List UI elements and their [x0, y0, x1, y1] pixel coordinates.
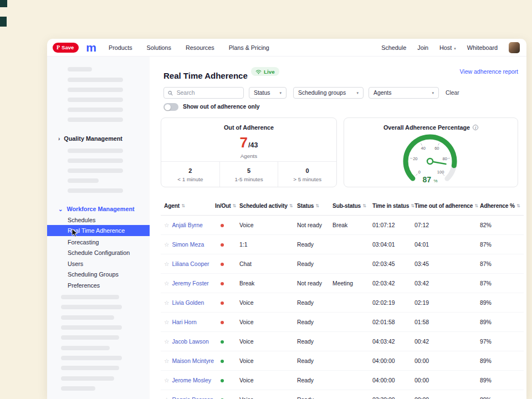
chevron-right-icon: › — [58, 136, 60, 142]
skeleton-bar — [68, 188, 123, 193]
sort-icon[interactable]: ⇅ — [181, 203, 185, 208]
nav-item-products[interactable]: Products — [109, 44, 132, 51]
table-row[interactable]: ☆ Jacob Lawson Voice Ready 04:03:42 00:4… — [161, 332, 524, 351]
sidebar-item-users[interactable]: Users — [68, 258, 83, 269]
sidebar-item-scheduling-groups[interactable]: Scheduling Groups — [68, 269, 119, 280]
agent-name[interactable]: Anjali Byrne — [172, 222, 202, 228]
table-row[interactable]: ☆ Liliana Cooper Chat Ready 02:03:45 03:… — [161, 254, 524, 274]
inout-cell — [214, 358, 238, 364]
agent-name[interactable]: Liliana Cooper — [172, 261, 209, 267]
svg-text:20: 20 — [413, 156, 417, 161]
sort-icon[interactable]: ⇅ — [474, 203, 478, 208]
sidebar-item-preferences[interactable]: Preferences — [68, 280, 100, 291]
svg-text:80: 80 — [443, 156, 447, 161]
nav-item-host[interactable]: Host▾ — [439, 44, 456, 51]
star-icon[interactable]: ☆ — [164, 319, 169, 325]
col-header-status[interactable]: Status⇅ — [296, 203, 331, 209]
star-icon[interactable]: ☆ — [164, 241, 169, 248]
search-box[interactable] — [163, 87, 244, 99]
sort-icon[interactable]: ⇅ — [315, 203, 319, 208]
sidebar-item-forecasting[interactable]: Forecasting — [68, 237, 99, 248]
table-row[interactable]: ☆ Hari Horn Voice Ready 02:01:58 01:58 8… — [161, 313, 524, 332]
agent-name[interactable]: Reggie Pearson — [172, 397, 213, 399]
cell-adherence: 89% — [479, 358, 524, 364]
cell-activity: Voice — [238, 377, 296, 383]
table-row[interactable]: ☆ Reggie Pearson Voice Ready 03:30:00 00… — [161, 390, 524, 399]
star-icon[interactable]: ☆ — [164, 396, 169, 399]
col-header-substatus[interactable]: Sub-status⇅ — [331, 203, 371, 209]
table-row[interactable]: ☆ Jeremy Foster Break Not ready Meeting … — [161, 274, 524, 293]
col-header-inout[interactable]: In/Out⇅ — [214, 203, 238, 209]
col-header-time-out-of-adherence[interactable]: Time out of adherence⇅ — [413, 203, 479, 209]
inout-dot — [221, 243, 224, 247]
inout-dot — [221, 301, 224, 305]
nav-item-join[interactable]: Join — [417, 44, 428, 51]
col-header-agent[interactable]: Agent⇅ — [161, 203, 214, 209]
agent-name[interactable]: Livia Golden — [172, 300, 204, 306]
star-icon[interactable]: ☆ — [164, 280, 169, 287]
star-icon[interactable]: ☆ — [164, 260, 169, 267]
agent-name[interactable]: Jeremy Foster — [172, 280, 208, 287]
star-icon[interactable]: ☆ — [164, 299, 169, 306]
agent-cell: ☆ Liliana Cooper — [161, 260, 214, 267]
nav-item-plans-pricing[interactable]: Plans & Pricing — [229, 44, 269, 51]
col-header-adherence[interactable]: Adherence %⇅ — [479, 203, 524, 209]
sort-icon[interactable]: ⇅ — [516, 203, 520, 208]
star-icon[interactable]: ☆ — [164, 338, 169, 345]
table-row[interactable]: ☆ Anjali Byrne Voice Not ready Break 01:… — [161, 216, 524, 235]
decor-block-2 — [0, 17, 7, 27]
nav-item-whiteboard[interactable]: Whiteboard — [467, 44, 498, 51]
skeleton-bar — [68, 168, 123, 173]
star-icon[interactable]: ☆ — [164, 357, 169, 364]
table-row[interactable]: ☆ Livia Golden Voice Ready 02:02:19 02:1… — [161, 293, 524, 313]
sort-icon[interactable]: ⇅ — [362, 203, 366, 208]
table-row[interactable]: ☆ Simon Meza 1:1 Ready 03:04:01 04:01 87… — [161, 235, 524, 254]
pinterest-save-button[interactable]: P Save — [53, 43, 79, 53]
sidebar-item-real-time-adherence[interactable]: Real Time Adherence — [47, 225, 150, 236]
agent-name[interactable]: Hari Horn — [172, 319, 196, 325]
cell-time-in-status: 04:03:42 — [371, 339, 413, 345]
agent-name[interactable]: Simon Meza — [172, 242, 204, 248]
sidebar-item-schedule-configuration[interactable]: Schedule Configuration — [68, 247, 130, 258]
agent-name[interactable]: Jacob Lawson — [172, 339, 208, 345]
star-icon[interactable]: ☆ — [164, 377, 169, 383]
table-row[interactable]: ☆ Jerome Mosley Voice Ready 04:00:00 00:… — [161, 371, 524, 390]
col-header-time-in-status[interactable]: Time in status⇅ — [371, 203, 413, 209]
out-of-adherence-toggle[interactable] — [163, 103, 178, 111]
star-icon[interactable]: ☆ — [164, 222, 169, 228]
agent-name[interactable]: Maison Mcintyre — [172, 358, 214, 364]
agent-cell: ☆ Jeremy Foster — [161, 280, 214, 287]
status-dropdown[interactable]: Status ▾ — [249, 87, 287, 99]
inout-cell — [214, 339, 238, 345]
view-adherence-report-link[interactable]: View adherence report — [460, 68, 518, 75]
brand-logo[interactable]: m — [86, 43, 96, 53]
agent-name[interactable]: Jerome Mosley — [172, 377, 211, 383]
sidebar-item-schedules[interactable]: Schedules — [68, 214, 95, 226]
sort-icon[interactable]: ⇅ — [233, 203, 237, 208]
avatar[interactable] — [509, 42, 520, 53]
cell-adherence: 87% — [479, 242, 524, 248]
sidebar-item-quality-management[interactable]: › Quality Management — [58, 135, 122, 142]
search-input[interactable] — [176, 89, 239, 96]
breakdown-1-5min: 5 1-5 minutes — [219, 162, 278, 187]
nav-item-schedule[interactable]: Schedule — [381, 44, 406, 51]
info-icon[interactable]: i — [473, 125, 478, 130]
cell-time-out: 04:01 — [413, 242, 479, 248]
skeleton-bar — [68, 117, 123, 122]
col-header-scheduled-activity[interactable]: Scheduled activity⇅ — [238, 203, 296, 209]
table-row[interactable]: ☆ Maison Mcintyre Voice Ready 04:00:00 0… — [161, 351, 524, 371]
cell-adherence: 87% — [479, 280, 524, 287]
agents-dropdown[interactable]: Agents ▾ — [369, 87, 439, 99]
scheduling-groups-dropdown[interactable]: Scheduling groups ▾ — [293, 87, 364, 99]
skeleton-bar — [68, 88, 123, 92]
live-badge: Live — [251, 67, 279, 76]
clear-filters-button[interactable]: Clear — [446, 90, 459, 96]
nav-item-resources[interactable]: Resources — [186, 44, 214, 51]
sidebar-item-workforce-management[interactable]: ⌄ Workforce Management — [58, 206, 135, 212]
inout-dot — [221, 321, 224, 324]
inout-dot — [221, 360, 224, 363]
sort-icon[interactable]: ⇅ — [289, 203, 293, 208]
skeleton-bar — [61, 386, 95, 391]
inout-dot — [221, 282, 224, 285]
nav-item-solutions[interactable]: Solutions — [147, 44, 171, 51]
